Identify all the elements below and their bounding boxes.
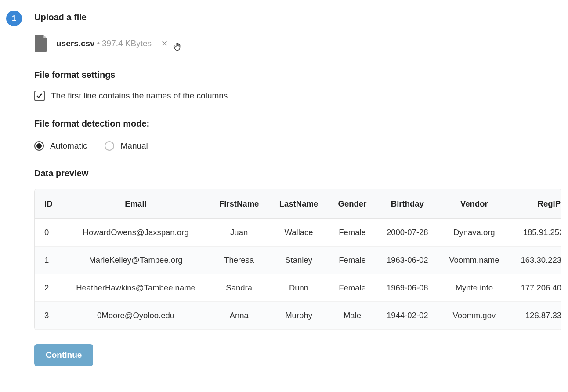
detection-mode-automatic-label: Automatic: [50, 141, 87, 151]
table-cell: 1944-02-02: [376, 302, 438, 330]
table-cell: 177.206.40.147: [510, 274, 561, 302]
continue-button[interactable]: Continue: [34, 344, 93, 366]
table-cell: 185.91.252.13: [510, 219, 561, 247]
remove-file-button[interactable]: ✕: [161, 40, 168, 47]
table-cell: 0Moore@Oyoloo.edu: [62, 302, 209, 330]
file-separator: •: [95, 39, 102, 48]
column-header: ID: [35, 189, 62, 219]
data-preview-title: Data preview: [34, 168, 562, 178]
file-format-settings-title: File format settings: [34, 70, 562, 80]
table-cell: Dunn: [269, 274, 329, 302]
detection-mode-title: File format detection mode:: [34, 119, 562, 129]
file-size: 397.4 KBytes: [102, 39, 152, 48]
uploaded-file-row: users.csv • 397.4 KBytes ✕: [34, 35, 562, 52]
table-cell: 163.30.223.210: [510, 247, 561, 274]
table-row: 2HeatherHawkins@Tambee.nameSandraDunnFem…: [35, 274, 561, 302]
table-cell: HeatherHawkins@Tambee.name: [62, 274, 209, 302]
column-header: Email: [62, 189, 209, 219]
table-cell: 2: [35, 274, 62, 302]
detection-mode-manual-radio[interactable]: [105, 141, 114, 151]
table-cell: Mynte.info: [438, 274, 510, 302]
table-cell: Voomm.gov: [438, 302, 510, 330]
table-cell: Female: [328, 219, 376, 247]
table-cell: MarieKelley@Tambee.org: [62, 247, 209, 274]
table-cell: HowardOwens@Jaxspan.org: [62, 219, 209, 247]
data-preview-scroll[interactable]: IDEmailFirstNameLastNameGenderBirthdayVe…: [34, 189, 561, 330]
table-cell: 0: [35, 219, 62, 247]
table-cell: Murphy: [269, 302, 329, 330]
table-row: 0HowardOwens@Jaxspan.orgJuanWallaceFemal…: [35, 219, 561, 247]
data-preview-table: IDEmailFirstNameLastNameGenderBirthdayVe…: [35, 189, 561, 330]
table-cell: Female: [328, 274, 376, 302]
table-cell: 1: [35, 247, 62, 274]
table-cell: Stanley: [269, 247, 329, 274]
file-name-block: users.csv • 397.4 KBytes: [56, 39, 152, 48]
table-cell: 126.87.33.71: [510, 302, 561, 330]
column-header: Vendor: [438, 189, 510, 219]
table-cell: Male: [328, 302, 376, 330]
file-name: users.csv: [56, 39, 95, 48]
column-header: RegIP: [510, 189, 561, 219]
table-cell: Female: [328, 247, 376, 274]
column-header: Gender: [328, 189, 376, 219]
table-cell: Sandra: [209, 274, 269, 302]
first-line-header-checkbox[interactable]: [34, 91, 45, 101]
table-row: 30Moore@Oyoloo.eduAnnaMurphyMale1944-02-…: [35, 302, 561, 330]
detection-mode-manual-label: Manual: [120, 141, 148, 151]
table-cell: Juan: [209, 219, 269, 247]
step-badge: 1: [6, 11, 22, 26]
table-cell: 1969-06-08: [376, 274, 438, 302]
cursor-pointer-icon: [173, 41, 183, 55]
table-cell: Voomm.name: [438, 247, 510, 274]
table-cell: 2000-07-28: [376, 219, 438, 247]
table-cell: 1963-06-02: [376, 247, 438, 274]
column-header: Birthday: [376, 189, 438, 219]
upload-section-title: Upload a file: [34, 12, 562, 22]
table-cell: Wallace: [269, 219, 329, 247]
detection-mode-automatic-radio[interactable]: [34, 141, 44, 151]
first-line-header-label: The first line contains the names of the…: [51, 91, 228, 101]
column-header: LastName: [269, 189, 329, 219]
table-row: 1MarieKelley@Tambee.orgTheresaStanleyFem…: [35, 247, 561, 274]
file-icon: [34, 35, 48, 52]
stepper-line: [14, 27, 14, 379]
table-cell: Dynava.org: [438, 219, 510, 247]
table-cell: Theresa: [209, 247, 269, 274]
table-cell: 3: [35, 302, 62, 330]
column-header: FirstName: [209, 189, 269, 219]
table-cell: Anna: [209, 302, 269, 330]
